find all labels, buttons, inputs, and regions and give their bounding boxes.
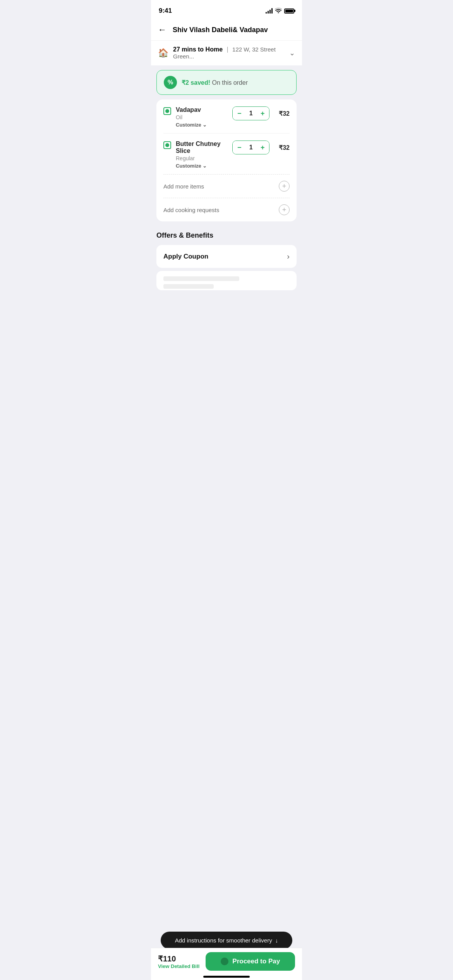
status-time: 9:41 bbox=[159, 7, 172, 15]
apply-coupon-card[interactable]: Apply Coupon › bbox=[156, 245, 297, 268]
home-icon: 🏠 bbox=[158, 48, 168, 58]
cart-item-butter-chutney: Butter Chutney Slice Regular Customize ⌄… bbox=[156, 134, 297, 174]
customize-button-butter-chutney[interactable]: Customize ⌄ bbox=[176, 163, 232, 169]
savings-text: ₹2 saved! On this order bbox=[182, 79, 248, 86]
item-subtext-butter-chutney: Regular bbox=[176, 155, 232, 161]
delivery-time: 27 mins to Home bbox=[173, 46, 223, 53]
add-cooking-requests-row[interactable]: Add cooking requests + bbox=[156, 198, 297, 221]
item-info-butter-chutney: Butter Chutney Slice Regular Customize ⌄ bbox=[176, 140, 232, 169]
item-info-vadapav: Vadapav Oil Customize ⌄ bbox=[176, 106, 232, 128]
veg-icon-2 bbox=[163, 141, 171, 149]
delivery-info: 27 mins to Home | 122 W, 32 Street Green… bbox=[173, 46, 285, 60]
chevron-right-icon: › bbox=[287, 252, 290, 261]
item-price-vadapav: ₹32 bbox=[279, 110, 290, 117]
cart-item-vadapav: Vadapav Oil Customize ⌄ − 1 + ₹32 bbox=[156, 99, 297, 133]
quantity-box-butter-chutney: − 1 + bbox=[232, 140, 269, 154]
qty-value-butter-chutney: 1 bbox=[246, 144, 256, 151]
savings-amount: ₹2 saved! bbox=[182, 79, 210, 86]
veg-icon bbox=[163, 107, 171, 115]
header: ← Shiv Vilash Dabeli& Vadapav bbox=[151, 19, 302, 41]
restaurant-title: Shiv Vilash Dabeli& Vadapav bbox=[173, 26, 268, 34]
delivery-banner[interactable]: 🏠 27 mins to Home | 122 W, 32 Street Gre… bbox=[151, 41, 302, 65]
cooking-requests-label: Add cooking requests bbox=[163, 207, 219, 213]
add-more-icon[interactable]: + bbox=[279, 181, 290, 192]
customize-button-vadapav[interactable]: Customize ⌄ bbox=[176, 122, 232, 128]
add-more-items-label: Add more items bbox=[163, 183, 204, 190]
item-name-vadapav: Vadapav bbox=[176, 106, 232, 113]
item-price-butter-chutney: ₹32 bbox=[279, 144, 290, 151]
cart-card: Vadapav Oil Customize ⌄ − 1 + ₹32 bbox=[156, 99, 297, 221]
increase-qty-vadapav[interactable]: + bbox=[256, 107, 269, 120]
coupon-label: Apply Coupon bbox=[163, 253, 208, 260]
qty-value-vadapav: 1 bbox=[246, 110, 256, 117]
delivery-separator: | bbox=[226, 46, 228, 53]
item-subtext-vadapav: Oil bbox=[176, 114, 232, 120]
item-name-butter-chutney: Butter Chutney Slice bbox=[176, 140, 232, 154]
back-button[interactable]: ← bbox=[158, 25, 166, 35]
bill-summary-card bbox=[156, 271, 297, 290]
battery-icon bbox=[284, 9, 294, 14]
savings-banner: % ₹2 saved! On this order bbox=[156, 70, 297, 95]
status-bar: 9:41 bbox=[151, 0, 302, 19]
decrease-qty-butter-chutney[interactable]: − bbox=[233, 141, 246, 154]
add-more-items-row[interactable]: Add more items + bbox=[156, 175, 297, 198]
discount-badge-icon: % bbox=[164, 76, 177, 89]
cooking-requests-icon[interactable]: + bbox=[279, 204, 290, 215]
chevron-down-icon[interactable]: ⌄ bbox=[289, 49, 295, 57]
offers-section-title: Offers & Benefits bbox=[151, 224, 302, 243]
decrease-qty-vadapav[interactable]: − bbox=[233, 107, 246, 120]
increase-qty-butter-chutney[interactable]: + bbox=[256, 141, 269, 154]
savings-description: On this order bbox=[212, 79, 248, 86]
wifi-icon bbox=[275, 8, 282, 14]
status-icons bbox=[266, 8, 294, 14]
quantity-box-vadapav: − 1 + bbox=[232, 106, 269, 120]
signal-bars-icon bbox=[266, 8, 273, 14]
